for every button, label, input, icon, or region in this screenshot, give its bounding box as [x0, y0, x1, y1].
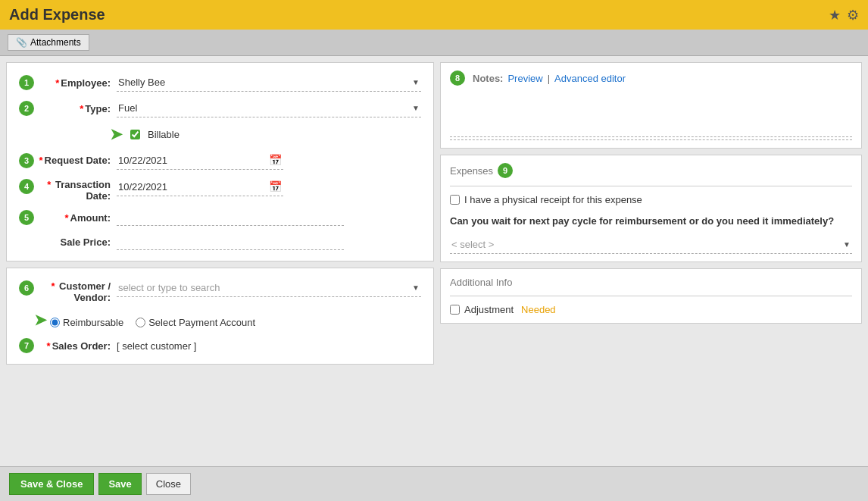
payment-account-radio-option[interactable]: Select Payment Account: [136, 317, 255, 328]
paperclip-icon: 📎: [16, 37, 27, 48]
preview-link[interactable]: Preview: [507, 73, 542, 84]
sales-order-row: 7 *Sales Order: [ select customer ]: [19, 338, 421, 353]
transaction-date-value: 10/22/2021: [118, 181, 269, 193]
reimbursable-label: Reimbursable: [63, 317, 123, 328]
step3-badge: 3: [19, 153, 34, 168]
toolbar: 📎 Attachments: [0, 30, 868, 56]
step6-badge: 6: [19, 280, 34, 296]
notes-bottom-border: [450, 139, 852, 140]
amount-label: *Amount:: [37, 212, 117, 224]
type-dropdown-arrow: ▼: [412, 104, 420, 112]
payment-radio-group: Reimbursable Select Payment Account: [50, 317, 255, 328]
reimbursable-radio[interactable]: [50, 318, 60, 327]
request-date-value: 10/22/2021: [118, 155, 269, 166]
expenses-divider: [450, 186, 852, 186]
pay-cycle-placeholder: < select >: [451, 239, 840, 250]
transaction-date-input[interactable]: 10/22/2021 📅: [117, 177, 283, 196]
type-label: *Type:: [37, 103, 117, 114]
transaction-date-row: 4 * TransactionDate: 10/22/2021 📅: [19, 177, 421, 202]
receipt-row: I have a physical receipt for this expen…: [450, 194, 852, 205]
customer-vendor-dropdown[interactable]: select or type to search ▼: [117, 279, 421, 297]
amount-row: 5 *Amount:: [19, 209, 421, 226]
step8-badge: 8: [450, 70, 465, 86]
transaction-date-field: 10/22/2021 📅: [117, 177, 421, 196]
notes-textarea[interactable]: [450, 92, 852, 137]
calendar-icon-transaction[interactable]: 📅: [269, 180, 282, 193]
notes-section: 8 Notes: Preview | Advanced editor: [440, 62, 862, 149]
type-dropdown[interactable]: Fuel ▼: [117, 99, 421, 117]
sales-order-field: [ select customer ]: [117, 340, 421, 352]
expenses-header-row: Expenses 9: [450, 163, 852, 178]
reimbursable-radio-option[interactable]: Reimbursable: [50, 317, 123, 328]
adjustment-label: Adjustment: [464, 304, 514, 315]
payment-account-label: Select Payment Account: [148, 317, 255, 328]
step5-badge: 5: [19, 210, 34, 225]
attachments-button[interactable]: 📎 Attachments: [8, 34, 89, 51]
amount-field[interactable]: [117, 209, 421, 226]
pay-cycle-arrow: ▼: [843, 240, 851, 249]
adjustment-checkbox[interactable]: [450, 305, 460, 315]
pay-cycle-dropdown[interactable]: < select > ▼: [450, 236, 852, 254]
request-date-input[interactable]: 10/22/2021 📅: [117, 151, 283, 170]
header-icons: ★ ⚙: [829, 7, 859, 23]
employee-value: Shelly Bee: [118, 77, 409, 88]
expenses-section: Expenses 9 I have a physical receipt for…: [440, 155, 862, 262]
main-content: 1 *Employee: Shelly Bee ▼ 2 *: [0, 56, 868, 466]
notes-separator: |: [548, 73, 550, 84]
step2-badge: 2: [19, 101, 34, 116]
employee-row: 1 *Employee: Shelly Bee ▼: [19, 74, 421, 92]
type-field: Fuel ▼: [117, 99, 421, 117]
request-date-label: *Request Date:: [37, 155, 117, 166]
payment-account-radio[interactable]: [136, 318, 145, 327]
select-customer-link[interactable]: [ select customer ]: [117, 340, 196, 352]
bottom-fields-section: 6 * Customer /Vendor: select or type to …: [6, 268, 434, 365]
type-value: Fuel: [118, 102, 409, 114]
customer-vendor-placeholder: select or type to search: [118, 282, 409, 293]
sale-price-input[interactable]: [117, 233, 344, 250]
step4-badge: 4: [19, 179, 34, 194]
calendar-icon-request[interactable]: 📅: [269, 154, 282, 166]
close-button[interactable]: Close: [146, 473, 191, 495]
employee-dropdown[interactable]: Shelly Bee ▼: [117, 74, 421, 92]
notes-label: Notes:: [473, 73, 503, 84]
top-fields-section: 1 *Employee: Shelly Bee ▼ 2 *: [6, 62, 434, 261]
gear-icon[interactable]: ⚙: [847, 7, 859, 23]
sale-price-row: Sale Price:: [19, 233, 421, 250]
billable-row: ➤ Billable: [110, 125, 421, 143]
receipt-checkbox[interactable]: [450, 195, 460, 205]
expenses-label: Expenses: [450, 165, 493, 177]
customer-vendor-field: select or type to search ▼: [117, 279, 421, 297]
employee-label: *Employee:: [37, 77, 117, 89]
arrow-indicator-reimbursable: ➤: [34, 311, 47, 329]
adjustment-row: Adjustment Needed: [450, 304, 852, 315]
type-row: 2 *Type: Fuel ▼: [19, 99, 421, 117]
sales-order-label: *Sales Order:: [37, 340, 117, 352]
left-panel: 1 *Employee: Shelly Bee ▼ 2 *: [6, 62, 434, 460]
customer-vendor-label: * Customer /Vendor:: [37, 279, 117, 303]
star-icon[interactable]: ★: [829, 7, 841, 23]
receipt-label: I have a physical receipt for this expen…: [464, 194, 642, 205]
step9-badge: 9: [498, 163, 513, 178]
request-date-field: 10/22/2021 📅: [117, 151, 421, 170]
additional-info-divider: [450, 296, 852, 296]
notes-header: 8 Notes: Preview | Advanced editor: [450, 70, 852, 86]
page-title: Add Expense: [9, 6, 105, 23]
billable-label: Billable: [148, 129, 180, 140]
save-close-button[interactable]: Save & Close: [9, 473, 94, 495]
amount-input[interactable]: [117, 209, 344, 226]
reimbursement-question: Can you wait for next pay cycle for reim…: [450, 214, 852, 228]
right-panel: 8 Notes: Preview | Advanced editor Expen…: [440, 62, 862, 460]
transaction-date-label: * TransactionDate:: [37, 177, 117, 202]
save-button[interactable]: Save: [98, 473, 141, 495]
billable-checkbox[interactable]: [130, 130, 140, 139]
reimbursable-row: ➤ Reimbursable Select Payment Account: [34, 311, 421, 329]
adjustment-needed-label: Needed: [521, 304, 556, 315]
customer-vendor-row: 6 * Customer /Vendor: select or type to …: [19, 279, 421, 303]
sale-price-label: Sale Price:: [37, 236, 117, 248]
employee-field: Shelly Bee ▼: [117, 74, 421, 92]
step1-badge: 1: [19, 75, 34, 90]
advanced-editor-link[interactable]: Advanced editor: [554, 73, 626, 84]
request-date-row: 3 *Request Date: 10/22/2021 📅: [19, 151, 421, 170]
sale-price-field[interactable]: [117, 233, 421, 250]
attachments-label: Attachments: [30, 37, 81, 48]
